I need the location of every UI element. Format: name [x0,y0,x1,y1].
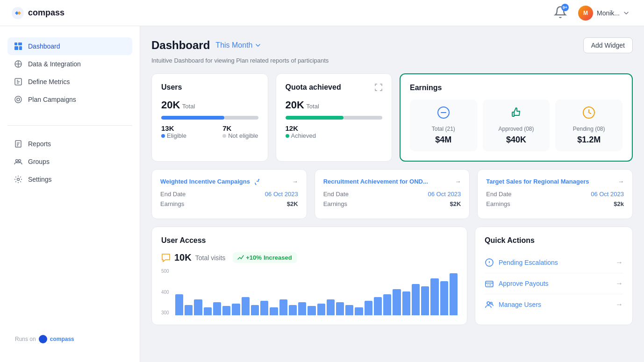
page-title: Dashboard [151,39,210,52]
ua-increase-label: Increased [264,254,292,261]
quick-actions-title: Quick Actions [485,236,623,245]
svg-rect-15 [486,281,493,287]
users-total: 20K [161,99,180,111]
chart-bar [232,304,240,315]
user-menu-button[interactable]: M Monik... [574,4,633,22]
campaign-arrow-icon[interactable]: → [618,178,624,185]
earnings-approved-amount: $40K [489,135,544,145]
not-eligible-value: 7K [222,124,258,132]
topnav: compass 9+ M Monik... [0,0,644,26]
expand-icon[interactable] [375,84,382,91]
chart-bar [374,297,382,315]
month-selector[interactable]: This Month [215,41,261,50]
campaign-arrow-icon[interactable]: → [292,178,298,185]
chart-bar [308,306,315,315]
quick-actions-card: Quick Actions Pending Escalations → [475,227,633,325]
not-eligible-dot [222,134,226,138]
not-eligible-stat: 7K Not eligible [222,124,258,139]
not-eligible-label: Not eligible [222,132,258,139]
runs-on-label: Runs on [15,336,36,342]
ua-increase-badge: +10% Increased [233,252,296,263]
chart-bar [440,281,448,315]
sidebar-divider [7,125,132,126]
ua-total-label: Total visits [195,254,226,262]
campaign-weighted-end-date-row: End Date 06 Oct 2023 [160,191,298,198]
sidebar-item-plan-campaigns[interactable]: Plan Campaigns [7,91,132,108]
earnings-card-title: Earnings [410,84,623,92]
dashboard-icon [14,42,22,50]
qa-item-left: Approve Payouts [485,279,549,288]
earnings-card: Earnings Total (21) $4M [400,73,633,162]
earnings-pending-item: Pending (08) $1.2M [555,99,623,151]
sidebar-item-settings[interactable]: Settings [7,170,132,188]
qa-item-left: Pending Escalations [485,258,558,267]
campaign-arrow-icon[interactable]: → [455,178,461,185]
chart-bar [421,286,429,315]
svg-point-7 [15,96,21,103]
page-title-row: Dashboard This Month [151,39,261,52]
stats-row: Users 20K Total 13K Eligible [151,73,633,162]
sidebar-item-dashboard[interactable]: Dashboard [7,37,132,55]
sidebar-item-groups[interactable]: Groups [7,153,132,170]
sidebar-item-label: Reports [28,140,51,148]
campaign-target-sales: Target Sales for Regional Managers → End… [477,169,633,219]
chart-bar [327,299,335,315]
campaign-weighted-title: Weighted Incentive Campaigns → [160,178,298,185]
clock-icon [582,106,595,119]
chart-bar [270,307,278,315]
chart-bar [251,305,259,316]
chart-area: 500 400 300 [161,269,458,315]
earnings-total-item: Total (21) $4M [410,99,477,151]
sidebar-item-label: Groups [28,158,50,165]
campaign-recruitment-end-date-row: End Date 06 Oct 2023 [323,191,461,198]
svg-point-11 [17,178,20,181]
refresh-icon[interactable] [253,178,259,185]
achieved-label: Achieved [286,132,316,139]
quota-card-title: Quota achieved [286,83,341,92]
sidebar-item-reports[interactable]: Reports [7,135,132,153]
campaign-weighted-earnings-row: Earnings $2K [160,200,298,207]
earnings-pending-label: Pending (08) [562,126,616,132]
sidebar: Dashboard Data & Integration Define Metr… [0,26,140,362]
notification-badge: 9+ [561,4,569,11]
qa-manage-users[interactable]: Manage Users → [485,294,623,315]
logo-text: compass [28,8,64,18]
qa-manage-users-label: Manage Users [499,301,541,308]
chart-labels: 500 400 300 [161,269,169,315]
ua-header: 10K Total visits +10% Increased [161,252,458,263]
earnings-total-label: Total (21) [416,126,471,132]
qa-pending-escalations[interactable]: Pending Escalations → [485,252,623,273]
minus-circle-icon [437,106,450,119]
campaign-weighted: Weighted Incentive Campaigns → End Date … [151,169,307,219]
svg-rect-3 [14,46,18,50]
sidebar-item-define-metrics[interactable]: Define Metrics [7,73,132,91]
user-name: Monik... [597,9,620,17]
qa-pending-label: Pending Escalations [499,259,558,266]
plan-campaigns-icon [14,95,22,104]
eligible-dot [161,134,165,138]
eligible-stat: 13K Eligible [161,124,186,139]
chart-bar [242,297,250,315]
svg-rect-4 [19,46,22,50]
not-achieved-bar [343,116,382,120]
campaign-recruitment: Recruitment Achievement for OND... → End… [315,169,470,219]
avatar: M [578,6,593,21]
chart-bar [194,299,202,315]
users-card-title: Users [161,83,258,92]
data-integration-icon [14,60,22,68]
qa-approve-payouts[interactable]: Approve Payouts → [485,273,623,294]
users-stat-row: 13K Eligible 7K Not eligible [161,124,258,139]
svg-point-16 [487,302,490,305]
add-widget-button[interactable]: Add Widget [583,37,633,53]
logo: compass [11,7,64,20]
chart-bar [279,299,287,315]
earnings-approved-item: Approved (08) $40K [483,99,550,151]
nav-right: 9+ M Monik... [554,4,633,22]
notifications-button[interactable]: 9+ [554,6,567,21]
bottom-row: User Access 10K Total visits +10% [151,227,633,325]
chart-bar [345,305,353,316]
sidebar-item-data-integration[interactable]: Data & Integration [7,55,132,73]
users-card: Users 20K Total 13K Eligible [151,73,268,162]
campaigns-row: Weighted Incentive Campaigns → End Date … [151,169,633,219]
chart-bar [222,306,230,315]
